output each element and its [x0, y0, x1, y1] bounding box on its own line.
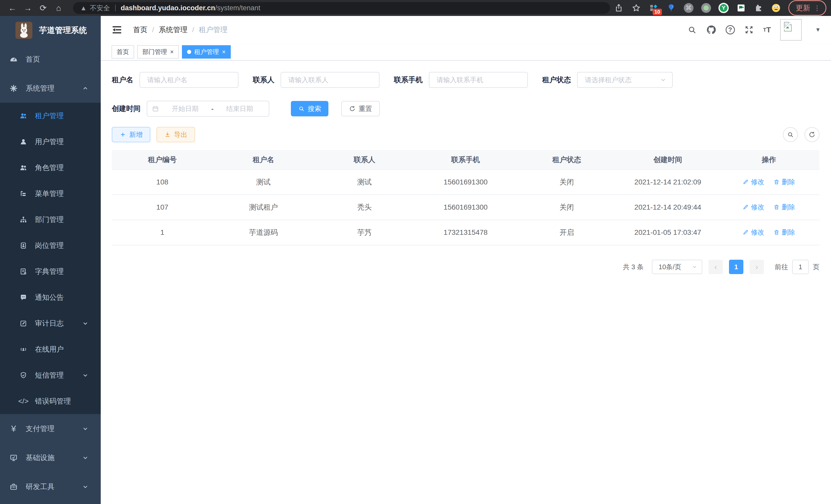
emoji-extension-icon[interactable]	[771, 3, 781, 13]
sidebar-item-online-user[interactable]: 在线用户	[0, 336, 101, 362]
chevron-down-icon	[691, 264, 698, 270]
cell-id: 108	[112, 170, 213, 195]
sidebar-item-label: 系统管理	[26, 84, 55, 93]
home-icon[interactable]: ⌂	[51, 3, 66, 13]
breadcrumb-system[interactable]: 系统管理	[159, 25, 188, 35]
goto-page-input[interactable]	[792, 260, 809, 274]
tab-home[interactable]: 首页	[112, 45, 134, 59]
fullscreen-icon[interactable]	[744, 25, 754, 35]
avatar-caret-down-icon[interactable]: ▼	[815, 26, 821, 33]
reset-button[interactable]: 重置	[341, 101, 380, 116]
edit-button[interactable]: 修改	[743, 203, 764, 212]
sidebar-item-dept[interactable]: 部门管理	[0, 207, 101, 233]
sidebar-item-tenant[interactable]: 租户管理	[0, 103, 101, 129]
close-icon[interactable]: ×	[222, 48, 226, 56]
sidebar-item-infra[interactable]: 基础设施	[0, 443, 101, 472]
page-size-select[interactable]: 10条/页	[652, 260, 702, 274]
status-placeholder: 请选择租户状态	[585, 76, 632, 85]
phone-input[interactable]	[429, 72, 528, 88]
y-extension-icon[interactable]: Y	[718, 3, 729, 13]
goto-label: 前往	[775, 263, 788, 271]
monitor-icon	[9, 453, 18, 462]
sidebar-item-error-code[interactable]: </> 错误码管理	[0, 388, 101, 414]
delete-button[interactable]: 删除	[773, 203, 795, 212]
chat-extension-icon[interactable]	[736, 3, 746, 13]
calendar-icon	[152, 105, 159, 112]
reload-icon[interactable]: ⟳	[35, 3, 51, 13]
trash-icon	[773, 229, 780, 235]
chevron-up-icon	[82, 85, 89, 92]
contact-label: 联系人	[253, 75, 275, 85]
phone-label: 联系手机	[394, 75, 423, 85]
sidebar-item-dict[interactable]: 字典管理	[0, 259, 101, 285]
sidebar-item-label: 基础设施	[26, 453, 55, 463]
sidebar-fold-icon[interactable]	[112, 24, 122, 35]
chrome-update-menu-button[interactable]: 更新 ⋮	[789, 0, 826, 16]
security-label: 不安全	[90, 4, 110, 12]
github-icon[interactable]	[706, 25, 716, 35]
col-tenant-name: 租户名	[213, 150, 314, 170]
tab-dept[interactable]: 部门管理 ×	[137, 45, 179, 59]
prev-page-button[interactable]: ‹	[709, 260, 723, 274]
col-actions: 操作	[718, 150, 820, 170]
extension-badge: 10	[653, 9, 662, 15]
bookmark-star-icon[interactable]	[631, 3, 641, 13]
export-button[interactable]: 导出	[156, 127, 195, 142]
sidebar-item-sms[interactable]: 短信管理	[0, 362, 101, 388]
search-button[interactable]: 搜索	[291, 101, 328, 116]
cell-status: 关闭	[516, 170, 617, 195]
brand[interactable]: 芋道管理系统	[0, 16, 101, 45]
table-row: 107 测试租户 秃头 15601691300 关闭 2021-12-14 20…	[112, 195, 820, 220]
cell-status: 关闭	[516, 195, 617, 220]
cell-phone: 15601691300	[415, 170, 516, 195]
sidebar-item-user[interactable]: 用户管理	[0, 129, 101, 155]
sidebar-item-audit-log[interactable]: 审计日志	[0, 310, 101, 336]
edit-button[interactable]: 修改	[743, 228, 764, 237]
page-1-button[interactable]: 1	[729, 260, 743, 274]
forward-icon[interactable]: →	[20, 3, 35, 13]
not-secure-icon: ▲	[80, 4, 87, 12]
tenant-name-input[interactable]	[140, 72, 238, 88]
sidebar-item-pay[interactable]: ¥ 支付管理	[0, 414, 101, 443]
refresh-table-button[interactable]	[805, 127, 820, 142]
sidebar-item-menu[interactable]: 菜单管理	[0, 181, 101, 207]
delete-button[interactable]: 删除	[773, 178, 795, 186]
font-size-icon[interactable]: TT	[763, 25, 771, 34]
recorder-extension-icon[interactable]	[701, 3, 711, 13]
delete-button[interactable]: 删除	[773, 228, 795, 237]
status-select[interactable]: 请选择租户状态	[577, 72, 673, 88]
sidebar-item-home[interactable]: 首页	[0, 45, 101, 74]
tab-tenant[interactable]: 租户管理 ×	[182, 45, 231, 59]
sidebar-item-role[interactable]: 角色管理	[0, 155, 101, 181]
breadcrumb-home[interactable]: 首页	[133, 25, 147, 35]
extensions-puzzle-icon[interactable]	[753, 3, 764, 13]
command-extension-icon[interactable]: ⌘	[684, 3, 694, 13]
close-icon[interactable]: ×	[170, 48, 174, 56]
next-page-button[interactable]: ›	[749, 260, 764, 274]
sidebar-item-post[interactable]: 岗位管理	[0, 233, 101, 259]
breadcrumb-separator: /	[192, 26, 194, 34]
audit-pen-icon	[19, 319, 28, 328]
back-icon[interactable]: ←	[5, 3, 20, 13]
edit-button[interactable]: 修改	[743, 178, 764, 186]
sidebar-item-dev-tools[interactable]: 研发工具	[0, 472, 101, 501]
update-label: 更新	[796, 3, 810, 13]
address-bar[interactable]: ▲ 不安全 dashboard.yudao.iocoder.cn/system/…	[73, 2, 610, 14]
date-range-picker[interactable]: 开始日期 - 结束日期	[147, 101, 269, 117]
add-button[interactable]: 新增	[112, 127, 150, 142]
app-frame: 芋道管理系统 首页 系统管理 租户管理 用户管理 角色管理	[0, 16, 831, 504]
share-icon[interactable]	[613, 3, 624, 13]
search-icon[interactable]	[687, 25, 697, 35]
contact-input[interactable]	[281, 72, 379, 88]
cell-phone: 17321315478	[415, 220, 516, 245]
balloon-extension-icon[interactable]	[666, 3, 676, 13]
sidebar-item-notice[interactable]: 通知公告	[0, 285, 101, 310]
toggle-search-button[interactable]	[783, 127, 798, 142]
tab-manager-extension-icon[interactable]: 10	[649, 3, 659, 13]
filter-row-2: 创建时间 开始日期 - 结束日期 搜索 重置	[112, 101, 820, 117]
create-time-label: 创建时间	[112, 104, 141, 114]
help-icon[interactable]: ?	[726, 25, 735, 34]
avatar[interactable]	[780, 19, 802, 40]
sidebar-item-system[interactable]: 系统管理	[0, 74, 101, 103]
filter-phone: 联系手机	[394, 72, 528, 88]
